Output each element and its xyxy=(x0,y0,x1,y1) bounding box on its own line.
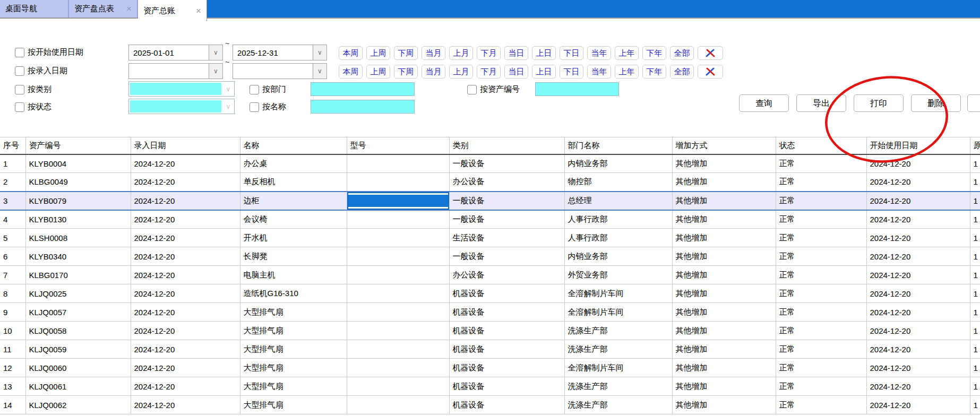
table-cell[interactable]: 2024-12-20 xyxy=(131,322,240,340)
table-cell[interactable] xyxy=(347,303,449,322)
table-cell[interactable]: 1 xyxy=(970,303,980,322)
table-cell[interactable]: 外贸业务部 xyxy=(564,266,672,284)
table-cell[interactable]: 2024-12-20 xyxy=(131,340,240,359)
table-cell[interactable]: 其他增加 xyxy=(672,322,776,340)
table-row[interactable]: 10KLJQ00582024-12-20大型排气扇机器设备洗涤生产部其他增加正常… xyxy=(0,322,980,340)
table-cell[interactable]: 2024-12-20 xyxy=(866,247,970,266)
table-cell[interactable]: 其他增加 xyxy=(672,396,776,414)
table-cell[interactable]: 一般设备 xyxy=(449,192,564,210)
quick-range-link[interactable]: 当月 xyxy=(422,65,445,79)
chevron-down-icon[interactable]: ∨ xyxy=(209,64,222,79)
quick-range-link[interactable]: 上年 xyxy=(615,65,639,79)
table-cell[interactable]: 2024-12-20 xyxy=(866,359,970,377)
table-cell[interactable]: 开水机 xyxy=(240,229,347,247)
table-cell[interactable]: 1 xyxy=(970,229,980,247)
table-cell[interactable]: 正常 xyxy=(776,266,866,284)
table-cell[interactable]: 其他增加 xyxy=(672,377,776,396)
start-use-date-checkbox[interactable] xyxy=(15,48,24,57)
quick-range-link[interactable]: 下月 xyxy=(477,46,501,60)
action-button-delete[interactable]: 删除 xyxy=(911,94,961,112)
table-cell[interactable]: 办公设备 xyxy=(449,266,564,284)
quick-range-link[interactable]: 上月 xyxy=(449,46,473,60)
table-cell[interactable]: 大型排气扇 xyxy=(240,377,347,396)
table-cell[interactable] xyxy=(347,359,449,377)
table-cell[interactable]: KLJQ0025 xyxy=(25,284,131,303)
table-cell[interactable]: KLJQ0059 xyxy=(25,340,131,359)
table-cell[interactable]: KLBG0049 xyxy=(25,173,131,192)
quick-range-link[interactable]: 上月 xyxy=(449,65,473,79)
table-cell[interactable]: KLJQ0058 xyxy=(25,322,131,340)
table-cell[interactable]: KLYB0340 xyxy=(25,247,131,266)
name-input[interactable] xyxy=(311,100,415,114)
table-cell[interactable]: 其他增加 xyxy=(672,303,776,322)
table-cell[interactable]: 2024-12-20 xyxy=(131,229,240,247)
quick-range-link[interactable]: 上周 xyxy=(366,65,390,79)
table-cell[interactable]: 2024-12-20 xyxy=(866,303,970,322)
table-cell[interactable]: 2024-12-20 xyxy=(866,340,970,359)
start-date-to-dropdown[interactable]: 2025-12-31 ∨ xyxy=(233,45,327,60)
table-cell[interactable]: 9 xyxy=(0,303,25,322)
table-cell[interactable]: 正常 xyxy=(776,377,866,396)
table-cell[interactable]: 13 xyxy=(0,377,25,396)
entry-date-from-dropdown[interactable]: ∨ xyxy=(128,63,223,79)
table-cell[interactable]: 3 xyxy=(0,192,25,210)
table-cell[interactable]: 洗涤生产部 xyxy=(564,377,672,396)
table-cell[interactable]: 生活设备 xyxy=(449,229,564,247)
table-cell[interactable]: 全溶解制片车间 xyxy=(564,284,672,303)
quick-range-link[interactable]: 全部 xyxy=(670,46,694,60)
quick-range-link[interactable]: 上日 xyxy=(532,46,556,60)
table-cell[interactable]: 2024-12-20 xyxy=(866,322,970,340)
quick-range-link[interactable]: 当月 xyxy=(422,46,445,60)
table-cell[interactable]: 2024-12-20 xyxy=(131,377,240,396)
table-cell[interactable]: 洗涤生产部 xyxy=(564,340,672,359)
table-cell[interactable]: KLBG0170 xyxy=(25,266,131,284)
quick-range-link[interactable]: 下周 xyxy=(394,46,418,60)
table-cell[interactable]: 其他增加 xyxy=(672,192,776,210)
table-cell[interactable]: KLJQ0060 xyxy=(25,359,131,377)
table-cell[interactable]: 全溶解制片车间 xyxy=(564,359,672,377)
table-cell[interactable]: 5 xyxy=(0,229,25,247)
table-cell[interactable]: 其他增加 xyxy=(672,340,776,359)
table-row[interactable]: 5KLSH00082024-12-20开水机生活设备人事行政部其他增加正常202… xyxy=(0,229,980,247)
table-cell[interactable]: 7 xyxy=(0,266,25,284)
table-cell[interactable]: KLYB0130 xyxy=(25,210,131,229)
asset-no-checkbox[interactable] xyxy=(467,85,477,94)
tab-desktop-nav[interactable]: 桌面导航 xyxy=(0,0,69,18)
table-cell[interactable]: 正常 xyxy=(776,173,866,192)
entry-date-to-dropdown[interactable]: ∨ xyxy=(233,63,327,79)
table-cell[interactable]: KLSH0008 xyxy=(25,229,131,247)
table-cell[interactable] xyxy=(347,284,449,303)
table-cell[interactable]: 其他增加 xyxy=(672,359,776,377)
table-cell[interactable]: 1 xyxy=(970,377,980,396)
table-cell[interactable]: 洗涤生产部 xyxy=(564,396,672,414)
table-row[interactable]: 2KLBG00492024-12-20单反相机办公设备物控部其他增加正常2024… xyxy=(0,173,980,192)
category-combo[interactable]: ∨ xyxy=(128,81,235,97)
quick-range-link[interactable]: 当年 xyxy=(587,46,611,60)
table-cell[interactable]: 2024-12-20 xyxy=(866,266,970,284)
table-cell[interactable]: 机器设备 xyxy=(449,377,564,396)
table-cell[interactable]: 1 xyxy=(970,247,980,266)
table-cell[interactable]: 一般设备 xyxy=(449,247,564,266)
table-cell[interactable]: 洗涤生产部 xyxy=(564,322,672,340)
tab-close-icon[interactable]: × xyxy=(126,4,132,13)
table-cell[interactable]: 机器设备 xyxy=(449,303,564,322)
table-cell[interactable]: 其他增加 xyxy=(672,247,776,266)
cell-editor[interactable] xyxy=(347,192,449,210)
quick-range-link[interactable]: 下月 xyxy=(477,65,501,79)
tab-close-icon[interactable]: × xyxy=(196,6,201,15)
quick-range-link[interactable]: 本周 xyxy=(339,46,363,60)
quick-range-link[interactable]: 下年 xyxy=(642,46,666,60)
quick-range-link[interactable]: 上周 xyxy=(366,46,390,60)
table-row[interactable]: 7KLBG01702024-12-20电脑主机办公设备外贸业务部其他增加正常20… xyxy=(0,266,980,284)
table-cell[interactable]: 1 xyxy=(970,340,980,359)
column-header[interactable]: 原值 xyxy=(970,137,980,154)
quick-range-link[interactable]: 下日 xyxy=(560,65,583,79)
table-cell[interactable]: 2024-12-20 xyxy=(131,247,240,266)
asset-no-input[interactable] xyxy=(535,82,619,96)
table-cell[interactable]: 正常 xyxy=(776,322,866,340)
table-cell[interactable]: 2024-12-20 xyxy=(866,377,970,396)
table-cell[interactable] xyxy=(347,340,449,359)
table-cell[interactable]: 2024-12-20 xyxy=(866,173,970,192)
chevron-down-icon[interactable]: ∨ xyxy=(222,85,234,93)
table-row[interactable]: 3KLYB00792024-12-20边柜一般设备总经理其他增加正常2024-1… xyxy=(0,192,980,210)
